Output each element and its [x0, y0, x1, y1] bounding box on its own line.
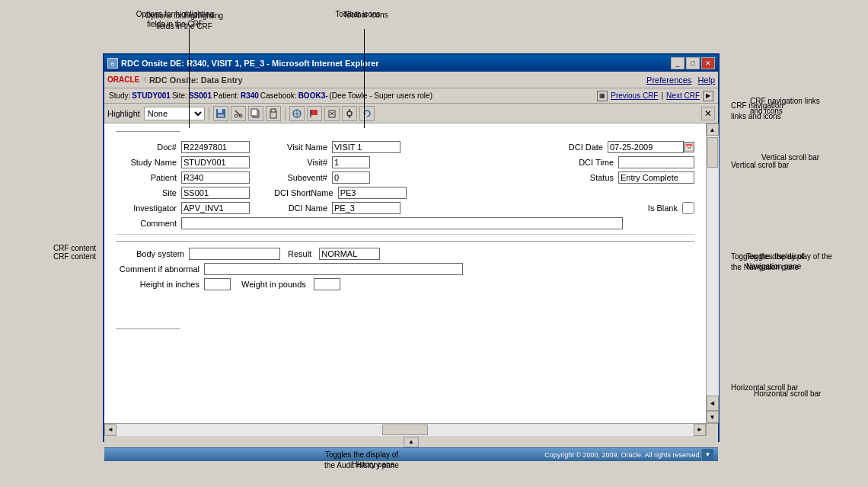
h-scroll-thumb[interactable]	[382, 425, 428, 435]
grid-nav-icon[interactable]: ▦	[597, 91, 608, 101]
status-label: Status	[572, 173, 614, 182]
sub-form-row-1: Body system Result	[116, 248, 694, 260]
ann-toggle-nav-text: Toggles the display ofthe Navigation pan…	[731, 252, 838, 273]
study-label: Study:	[109, 91, 130, 100]
next-crf-link[interactable]: Next CRF	[666, 91, 700, 100]
h-scroll-left-btn[interactable]: ◄	[104, 424, 116, 436]
scroll-thumb[interactable]	[707, 137, 718, 168]
toolbar-save-btn[interactable]	[213, 106, 228, 121]
vertical-scrollbar: ▲ ◄ ▼	[706, 123, 718, 423]
dci-short-label: DCI ShortName	[274, 188, 333, 197]
audit-toggle-bar: ▲	[104, 435, 718, 447]
svg-rect-9	[271, 109, 276, 112]
toolbar-copy-btn[interactable]	[248, 106, 263, 121]
toolbar-separator-2	[285, 107, 286, 120]
site-input[interactable]	[181, 187, 250, 199]
ann-crf-nav-text: CRF navigationlinks and icons	[731, 101, 830, 122]
dci-date-label: DCI Date	[561, 143, 603, 152]
scroll-track[interactable]	[707, 136, 719, 396]
weight-input[interactable]	[314, 278, 340, 290]
site-field-label: Site	[116, 188, 177, 197]
investigator-input[interactable]	[181, 202, 250, 214]
subevent-input[interactable]	[332, 171, 370, 184]
scrollbar-corner	[706, 424, 718, 436]
casebook-label: Casebook:	[260, 91, 297, 100]
study-name-input[interactable]	[181, 156, 250, 168]
dci-short-input[interactable]	[338, 187, 407, 199]
site-label: Site:	[172, 91, 187, 100]
height-input[interactable]	[204, 278, 231, 290]
result-input[interactable]	[319, 248, 380, 260]
menu-links: Preferences Help	[646, 75, 715, 85]
toggle-nav-pane-btn[interactable]: ◄	[707, 396, 719, 411]
patient-field-label: Patient	[116, 173, 177, 182]
menu-bar: ORACLE ® RDC Onsite: Data Entry Preferen…	[104, 72, 718, 88]
footer-scroll-btn[interactable]: ▼	[701, 449, 713, 461]
toolbar-flag-btn[interactable]	[307, 106, 322, 121]
main-content: Doc# Visit Name DCI Date 📅 Study Name Vi…	[104, 123, 706, 423]
form-row-5: Investigator DCI Name Is Blank	[116, 202, 694, 214]
highlight-select[interactable]: None Required Incomplete Discrepancy	[144, 107, 205, 120]
nav-pane-separator	[116, 131, 180, 132]
form-row-comment: Comment	[116, 217, 694, 229]
svg-rect-13	[311, 110, 318, 115]
close-button[interactable]: ✕	[701, 57, 715, 69]
svg-line-3	[235, 111, 241, 116]
form-divider	[116, 234, 694, 235]
scroll-down-btn[interactable]: ▼	[707, 411, 719, 423]
toolbar-paste-btn[interactable]	[266, 106, 281, 121]
visit-name-input[interactable]	[332, 141, 400, 153]
preferences-link[interactable]: Preferences	[646, 75, 691, 85]
toolbar-options-btn[interactable]	[342, 106, 357, 121]
toolbar-close-btn[interactable]: ✕	[701, 107, 715, 120]
comment-label: Comment	[116, 219, 177, 228]
h-scroll-track[interactable]	[116, 424, 694, 436]
nav-separator: |	[661, 91, 663, 100]
toolbar-cut-btn[interactable]	[231, 106, 246, 121]
next-nav-icon[interactable]: ▶	[703, 91, 713, 101]
maximize-button[interactable]: □	[686, 57, 700, 69]
dci-name-label: DCI Name	[274, 203, 327, 213]
prev-crf-link[interactable]: Previous CRF	[611, 91, 658, 100]
is-blank-checkbox[interactable]	[682, 202, 694, 214]
oracle-logo: ORACLE	[107, 75, 139, 84]
dci-time-input[interactable]	[618, 156, 694, 168]
svg-rect-7	[251, 109, 257, 116]
svg-point-4	[235, 114, 238, 117]
scroll-up-btn[interactable]: ▲	[707, 123, 719, 136]
comment-abnormal-input[interactable]	[204, 263, 463, 275]
dci-name-input[interactable]	[332, 202, 400, 214]
ann-toolbar-text: Toolbar icons	[335, 11, 396, 19]
help-link[interactable]: Help	[697, 75, 715, 85]
minimize-button[interactable]: _	[671, 57, 685, 69]
comment-input[interactable]	[181, 217, 623, 229]
toolbar-navigate-btn[interactable]	[289, 106, 305, 121]
crf-nav: ▦ Previous CRF | Next CRF ▶	[597, 91, 713, 101]
toolbar-refresh-btn[interactable]	[359, 106, 375, 121]
comment-abnormal-label: Comment if abnormal	[116, 264, 199, 274]
h-scroll-right-btn[interactable]: ►	[694, 424, 706, 436]
patient-input[interactable]	[181, 171, 250, 184]
ann-vscroll-text: Vertical scroll bar	[731, 160, 822, 171]
svg-point-18	[347, 111, 352, 116]
status-input[interactable]	[618, 171, 694, 184]
body-system-input[interactable]	[189, 248, 280, 260]
info-bar: Study: STUDY001 Site: SS001 Patient: R34…	[104, 88, 718, 104]
svg-rect-1	[218, 109, 222, 113]
dci-time-label: DCI Time	[572, 158, 614, 167]
form-row-4: Site DCI ShortName	[116, 187, 694, 199]
visit-num-input[interactable]	[332, 156, 370, 168]
toolbar-delete-btn[interactable]	[324, 106, 340, 121]
window-title: RDC Onsite DE: R340, VISIT 1, PE_3 - Mic…	[121, 59, 379, 68]
content-area: Doc# Visit Name DCI Date 📅 Study Name Vi…	[104, 123, 718, 423]
dci-date-input[interactable]	[608, 141, 684, 153]
audit-toggle-btn[interactable]: ▲	[404, 437, 419, 447]
calendar-icon[interactable]: 📅	[684, 142, 694, 152]
ann-audit-text: Toggles the display ofthe Audit History …	[305, 450, 419, 471]
height-label: Height in inches	[116, 280, 199, 289]
is-blank-label: Is Blank	[636, 203, 678, 213]
visit-num-label: Visit#	[274, 158, 327, 167]
site-value: SS001	[189, 91, 212, 100]
doc-input[interactable]	[181, 141, 250, 153]
copyright-text: Copyright © 2000, 2009, Oracle. All righ…	[544, 451, 701, 459]
